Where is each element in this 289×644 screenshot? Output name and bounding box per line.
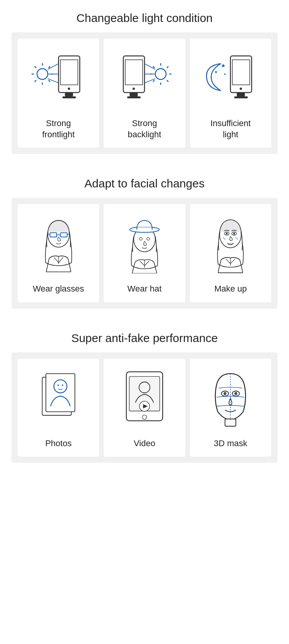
svg-point-57 <box>234 233 235 235</box>
svg-text:★: ★ <box>223 72 226 76</box>
svg-point-5 <box>37 69 48 79</box>
svg-text:★: ★ <box>221 62 226 69</box>
photos-card: Photos <box>18 359 99 457</box>
backlight-label: Strongbacklight <box>125 112 165 148</box>
svg-line-11 <box>49 66 50 68</box>
facial-section-title: Adapt to facial changes <box>0 165 289 198</box>
svg-point-59 <box>224 238 225 239</box>
facial-card-container: Wear glasses <box>12 198 277 309</box>
insufficientlight-card: ★ ★ ★ Insufficientlight <box>190 39 271 148</box>
svg-rect-18 <box>125 60 143 85</box>
svg-line-13 <box>49 80 50 82</box>
light-card-container: Strongfrontlight <box>12 32 277 154</box>
svg-point-22 <box>155 69 166 79</box>
svg-rect-3 <box>65 93 73 96</box>
svg-line-29 <box>153 80 155 82</box>
makeup-label: Make up <box>211 277 250 302</box>
light-section: Changeable light condition <box>0 0 289 154</box>
svg-line-12 <box>35 80 36 82</box>
hat-label: Wear hat <box>124 277 165 302</box>
mask3d-label: 3D mask <box>211 432 250 457</box>
video-card: Video <box>104 359 185 457</box>
svg-point-66 <box>62 384 63 386</box>
svg-rect-35 <box>232 60 250 85</box>
svg-point-60 <box>235 238 237 239</box>
mask3d-icon <box>193 362 268 432</box>
insufficientlight-label: Insufficientlight <box>207 112 254 148</box>
svg-rect-21 <box>127 96 141 98</box>
svg-line-10 <box>35 66 36 68</box>
antifake-card-grid: Photos <box>18 359 271 457</box>
svg-point-36 <box>240 88 242 90</box>
svg-point-52 <box>147 238 150 240</box>
glasses-card: Wear glasses <box>18 204 99 302</box>
glasses-icon <box>21 208 96 277</box>
svg-line-28 <box>167 66 168 68</box>
svg-rect-37 <box>237 93 245 96</box>
facial-card-grid: Wear glasses <box>18 204 271 302</box>
svg-point-58 <box>223 238 224 239</box>
facial-section: Adapt to facial changes <box>0 165 289 309</box>
antifake-section-title: Super anti-fake performance <box>0 320 289 352</box>
makeup-icon <box>193 208 268 277</box>
svg-rect-1 <box>60 60 78 85</box>
svg-rect-38 <box>234 96 248 98</box>
svg-point-56 <box>226 233 228 235</box>
svg-point-77 <box>223 392 227 395</box>
frontlight-label: Strongfrontlight <box>39 112 77 148</box>
antifake-section: Super anti-fake performance <box>0 320 289 463</box>
mask3d-card: 3D mask <box>190 359 271 457</box>
svg-point-65 <box>57 384 59 386</box>
insufficientlight-icon: ★ ★ ★ <box>193 42 268 112</box>
svg-line-27 <box>153 66 155 68</box>
svg-rect-4 <box>62 96 76 98</box>
hat-icon <box>107 208 182 277</box>
video-icon <box>107 362 182 432</box>
svg-text:★: ★ <box>214 70 218 74</box>
hat-card: Wear hat <box>104 204 185 302</box>
svg-point-2 <box>68 88 70 90</box>
backlight-card: Strongbacklight <box>104 39 185 148</box>
frontlight-card: Strongfrontlight <box>18 39 99 148</box>
antifake-card-container: Photos <box>12 352 277 463</box>
backlight-icon <box>107 42 182 112</box>
glasses-label: Wear glasses <box>30 277 87 302</box>
frontlight-icon <box>21 42 96 112</box>
photos-icon <box>21 362 96 432</box>
light-card-grid: Strongfrontlight <box>18 39 271 148</box>
svg-point-51 <box>139 238 142 240</box>
svg-point-61 <box>237 238 238 239</box>
svg-point-19 <box>133 88 135 90</box>
svg-line-30 <box>167 80 168 82</box>
svg-point-78 <box>235 392 238 395</box>
makeup-card: Make up <box>190 204 271 302</box>
photos-label: Photos <box>42 432 75 457</box>
svg-rect-20 <box>130 93 138 96</box>
light-section-title: Changeable light condition <box>0 0 289 32</box>
video-label: Video <box>131 432 158 457</box>
